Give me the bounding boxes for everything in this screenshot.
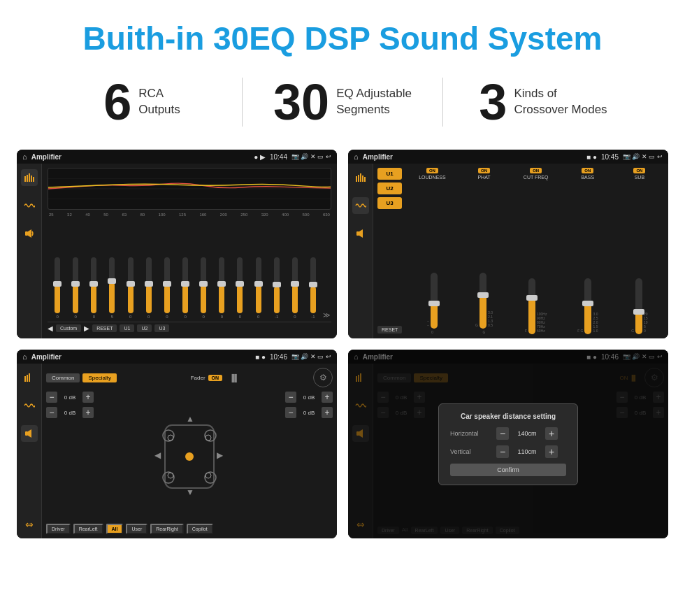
eq-sidebar-wave-icon[interactable] [21, 197, 38, 214]
svg-point-31 [168, 473, 173, 478]
rearright-btn[interactable]: RearRight [150, 524, 184, 534]
eq-u3-btn[interactable]: U3 [154, 324, 169, 332]
stat-rca-number: 6 [103, 77, 131, 127]
amp-channel-cutfreq: ON CUT FREQ F [512, 168, 561, 334]
fader-3-minus[interactable]: − [285, 407, 296, 418]
eq-slider-0[interactable]: 0 [49, 257, 66, 319]
amp-screen-card: ⌂ Amplifier ■ ● 10:45 📷 🔊 ✕ ▭ ↩ [348, 150, 668, 338]
eq-sidebar-speaker-icon[interactable] [21, 225, 38, 242]
bass-on-badge: ON [582, 168, 593, 173]
fader-app-name: Amplifier [31, 353, 251, 361]
fader-1-minus[interactable]: − [46, 407, 57, 418]
stat-crossover-number: 3 [479, 77, 507, 127]
eq-slider-11[interactable]: 0 [250, 257, 267, 319]
eq-reset-btn[interactable]: RESET [92, 324, 117, 332]
fader-controls-body: − 0 dB + − 0 dB + [46, 392, 333, 521]
eq-play-icon[interactable]: ▶ [84, 324, 89, 332]
stat-eq-number: 30 [273, 77, 329, 127]
amp-sidebar-speaker-icon[interactable] [352, 225, 369, 242]
phat-label: PHAT [477, 175, 490, 180]
eq-u1-btn[interactable]: U1 [120, 324, 134, 332]
amp-reset-btn[interactable]: RESET [377, 326, 402, 334]
eq-time: 10:44 [270, 153, 287, 161]
amp-u3-btn[interactable]: U3 [377, 197, 402, 209]
cutfreq-slider[interactable] [528, 278, 535, 334]
user-btn[interactable]: User [126, 524, 147, 534]
eq-slider-7[interactable]: 0 [177, 257, 194, 319]
fader-0-minus[interactable]: − [46, 392, 57, 403]
bass-slider[interactable] [584, 278, 591, 334]
fader-sidebar-eq-icon[interactable] [21, 369, 38, 386]
svg-rect-1 [27, 175, 28, 182]
eq-slider-10[interactable]: 0 [231, 257, 248, 319]
stat-eq: 30 EQ Adjustable Segments [243, 77, 442, 127]
fader-status-icons-left: ■ ● [255, 353, 266, 361]
eq-slider-6[interactable]: 0 [159, 257, 175, 319]
eq-slider-12[interactable]: -1 [268, 257, 285, 319]
amp-u1-btn[interactable]: U1 [377, 168, 402, 180]
amp-channels-row: ON LOUDNESS ~ ~ [408, 168, 664, 334]
amp-sidebar-wave-icon[interactable] [352, 197, 369, 214]
amp-status-icons-left: ■ ● [586, 153, 597, 161]
driver-btn[interactable]: Driver [46, 524, 71, 534]
svg-point-32 [206, 473, 211, 478]
fader-sidebar-wave-icon[interactable] [21, 397, 38, 414]
svg-rect-4 [33, 177, 34, 182]
eq-slider-14[interactable]: -1 [305, 257, 322, 319]
eq-slider-9[interactable]: 0 [213, 257, 230, 319]
eq-slider-2[interactable]: 0 [85, 257, 102, 319]
amp-u2-btn[interactable]: U2 [377, 182, 402, 194]
fader-settings-icon[interactable]: ⚙ [313, 368, 333, 387]
tab-specialty[interactable]: Specialty [82, 373, 116, 382]
eq-slider-13[interactable]: 0 [287, 257, 303, 319]
amp-channel-bass: ON BASS F G [563, 168, 612, 334]
fader-on-badge: ON [208, 375, 223, 381]
eq-status-icons: 📷 🔊 ✕ ▭ ↩ [291, 153, 331, 160]
horizontal-plus-btn[interactable]: + [545, 427, 558, 440]
fader-2-plus[interactable]: + [322, 392, 333, 403]
eq-slider-1[interactable]: 0 [67, 257, 84, 319]
vertical-minus-btn[interactable]: − [496, 445, 509, 458]
amp-sidebar-eq-icon[interactable] [352, 169, 369, 186]
fader-3-plus[interactable]: + [322, 407, 333, 418]
stats-row: 6 RCA Outputs 30 EQ Adjustable Segments … [0, 70, 685, 144]
rearleft-btn[interactable]: RearLeft [73, 524, 103, 534]
eq-custom-btn[interactable]: Custom [56, 324, 81, 332]
loudness-slider[interactable] [431, 273, 438, 329]
fader-right-controls: − 0 dB + − 0 dB + [285, 392, 333, 521]
amp-channel-loudness: ON LOUDNESS ~ ~ [408, 168, 456, 334]
fader-control-3: − 0 dB + [285, 407, 333, 418]
eq-sidebar-eq-icon[interactable] [21, 169, 38, 186]
horizontal-minus-btn[interactable]: − [496, 427, 509, 440]
fader-control-2: − 0 dB + [285, 392, 333, 403]
dialog-title: Car speaker distance setting [450, 413, 566, 420]
vertical-plus-btn[interactable]: + [545, 445, 558, 458]
confirm-btn[interactable]: Confirm [450, 464, 566, 476]
svg-rect-5 [25, 231, 28, 236]
copilot-btn[interactable]: Copilot [187, 524, 213, 534]
eq-slider-4[interactable]: 0 [122, 257, 139, 319]
eq-prev-icon[interactable]: ◀ [48, 324, 53, 332]
fader-main-content: Common Specialty Fader ON ▐▌ ⚙ − 0 dB + [42, 364, 337, 538]
fader-2-minus[interactable]: − [285, 392, 296, 403]
fader-sidebar-arrows-icon[interactable]: ⇔ [21, 516, 38, 533]
dialog-screen-card: ⌂ Amplifier ■ ● 10:46 📷 🔊 ✕ ▭ ↩ [348, 350, 668, 538]
fader-0-plus[interactable]: + [82, 392, 94, 403]
eq-slider-8[interactable]: 0 [195, 257, 212, 319]
eq-status-dot: ● ▶ [254, 153, 266, 161]
fader-1-plus[interactable]: + [82, 407, 94, 418]
eq-slider-5[interactable]: 0 [140, 257, 157, 319]
eq-slider-3[interactable]: 5 [103, 257, 120, 319]
fader-sidebar-speaker-icon[interactable] [21, 425, 38, 442]
sub-slider[interactable] [635, 278, 642, 334]
eq-u2-btn[interactable]: U2 [137, 324, 152, 332]
all-btn[interactable]: All [106, 524, 124, 534]
amp-body: U1 U2 U3 RESET ON LOUDNESS [348, 164, 668, 338]
eq-screen-card: ⌂ Amplifier ● ▶ 10:44 📷 🔊 ✕ ▭ ↩ [17, 150, 337, 338]
eq-scroll-arrows[interactable]: ≫ [323, 311, 330, 319]
tab-common[interactable]: Common [46, 373, 80, 382]
phat-slider[interactable] [480, 273, 486, 329]
fader-sidebar: ⇔ [17, 364, 42, 538]
freq-labels: 25 32 40 50 63 80 100 125 160 200 250 32… [48, 213, 331, 217]
amp-status-bar: ⌂ Amplifier ■ ● 10:45 📷 🔊 ✕ ▭ ↩ [348, 150, 668, 164]
